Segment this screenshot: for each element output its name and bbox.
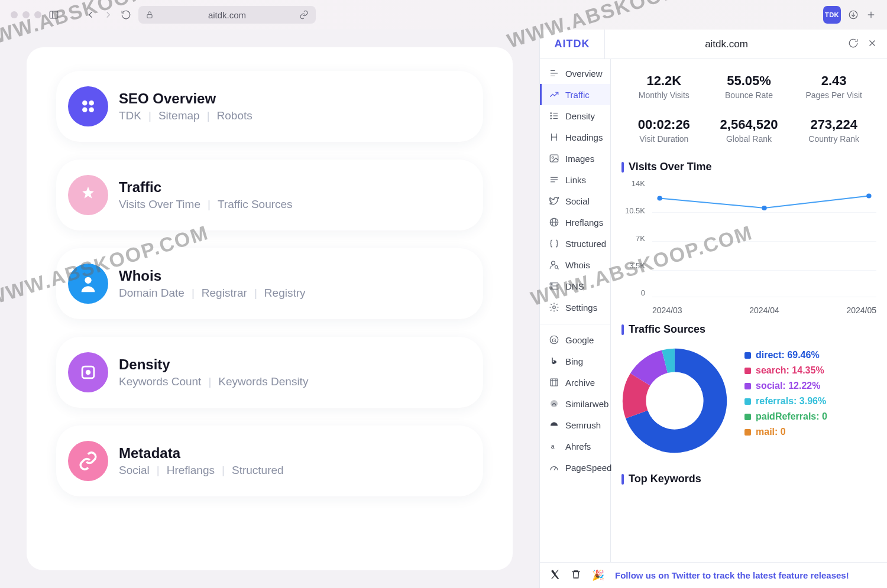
svg-point-33 bbox=[552, 261, 555, 265]
feature-tile[interactable]: Traffic Visits Over Time|Traffic Sources bbox=[56, 160, 483, 230]
back-button[interactable] bbox=[85, 9, 96, 20]
svg-point-51 bbox=[762, 206, 766, 210]
sidebar-item-label: DNS bbox=[565, 281, 584, 291]
window-controls bbox=[11, 11, 41, 18]
reload-button[interactable] bbox=[121, 9, 131, 20]
density-icon bbox=[549, 111, 559, 121]
social-icon bbox=[549, 196, 559, 206]
sidebar-item-social[interactable]: Social bbox=[540, 190, 610, 212]
legend-swatch bbox=[744, 398, 751, 405]
metric-value: 55.05% bbox=[709, 73, 789, 89]
sidebar-item-pagespeed[interactable]: PageSpeed bbox=[540, 457, 610, 478]
feature-tile[interactable]: SEO Overview TDK|Sitemap|Robots bbox=[56, 71, 483, 142]
svg-point-50 bbox=[657, 196, 662, 201]
tile-sub-item: Registrar bbox=[202, 287, 247, 300]
sidebar-item-archive[interactable]: Archive bbox=[540, 372, 610, 393]
svg-point-13 bbox=[86, 370, 91, 375]
sidebar-item-ahrefs[interactable]: a Ahrefs bbox=[540, 436, 610, 457]
sidebar-item-traffic[interactable]: Traffic bbox=[540, 84, 610, 105]
structured-icon bbox=[549, 238, 559, 249]
sidebar-item-label: Density bbox=[565, 111, 595, 121]
feature-tile[interactable]: Whois Domain Date|Registrar|Registry bbox=[56, 248, 483, 319]
sidebar-item-bing[interactable]: Bing bbox=[540, 350, 610, 372]
overview-icon bbox=[549, 68, 559, 79]
svg-point-34 bbox=[555, 266, 558, 269]
svg-point-16 bbox=[551, 113, 552, 114]
feature-tile[interactable]: Density Keywords Count|Keywords Density bbox=[56, 337, 483, 408]
extension-badge[interactable]: TDK bbox=[823, 6, 841, 24]
sidebar-item-similarweb[interactable]: Similarweb bbox=[540, 393, 610, 414]
similarweb-icon bbox=[549, 398, 559, 409]
forward-button[interactable] bbox=[103, 9, 114, 20]
sidebar-item-headings[interactable]: Headings bbox=[540, 126, 610, 148]
sidebar-item-settings[interactable]: Settings bbox=[540, 297, 610, 318]
downloads-icon[interactable] bbox=[848, 9, 859, 20]
sidebar-item-google[interactable]: G Google bbox=[540, 329, 610, 350]
tile-title: Traffic bbox=[119, 179, 293, 196]
tile-sub-item: TDK bbox=[119, 109, 141, 122]
close-icon[interactable] bbox=[867, 38, 878, 51]
metric-label: Monthly Visits bbox=[639, 90, 689, 100]
metric-card: 2.43 Pages Per Visit bbox=[791, 65, 876, 109]
sidebar-item-label: Whois bbox=[565, 260, 590, 270]
twitter-icon[interactable] bbox=[549, 569, 560, 581]
section-title-keywords: Top Keywords bbox=[621, 473, 876, 485]
svg-point-11 bbox=[85, 277, 91, 284]
sidebar-item-structured[interactable]: Structured bbox=[540, 233, 610, 254]
traffic-light-icon[interactable] bbox=[22, 11, 30, 18]
sidebar-item-label: Hreflangs bbox=[565, 217, 603, 228]
link-icon[interactable] bbox=[299, 10, 309, 20]
tile-sub-item: Keywords Count bbox=[119, 375, 201, 388]
metric-card: 2,564,520 Global Rank bbox=[707, 109, 792, 152]
sidebar-item-label: Archive bbox=[565, 378, 595, 388]
legend-item: referrals: 3.96% bbox=[744, 396, 827, 407]
svg-text:a: a bbox=[551, 443, 555, 450]
sidebar-item-label: Overview bbox=[565, 69, 603, 79]
legend-swatch bbox=[744, 383, 751, 389]
tile-icon bbox=[68, 175, 108, 215]
sidebar-item-dns[interactable]: DNS bbox=[540, 275, 610, 297]
tile-sub-item: Registry bbox=[264, 287, 306, 300]
refresh-icon[interactable] bbox=[848, 38, 859, 51]
tile-icon bbox=[68, 441, 108, 481]
lock-icon bbox=[145, 11, 154, 19]
sidebar-item-label: Similarweb bbox=[565, 399, 608, 409]
svg-rect-43 bbox=[551, 379, 558, 386]
sidebar-item-whois[interactable]: Whois bbox=[540, 254, 610, 275]
semrush-icon bbox=[549, 420, 559, 430]
svg-point-17 bbox=[551, 115, 552, 116]
pagespeed-icon bbox=[549, 462, 559, 473]
legend-label: search: 14.35% bbox=[756, 365, 824, 376]
legend-item: social: 12.22% bbox=[744, 381, 827, 391]
metrics-grid: 12.2K Monthly Visits 55.05% Bounce Rate … bbox=[621, 65, 876, 152]
delete-icon[interactable] bbox=[571, 569, 581, 581]
sidebar-item-label: Images bbox=[565, 154, 594, 164]
sidebar-item-hreflangs[interactable]: Hreflangs bbox=[540, 212, 610, 233]
sidebar-item-images[interactable]: Images bbox=[540, 148, 610, 169]
settings-icon bbox=[549, 302, 559, 313]
sidebar-item-semrush[interactable]: Semrush bbox=[540, 414, 610, 436]
metric-label: Global Rank bbox=[726, 134, 772, 144]
metric-label: Bounce Rate bbox=[725, 90, 773, 100]
svg-rect-2 bbox=[147, 14, 152, 18]
address-bar[interactable]: aitdk.com bbox=[138, 6, 316, 24]
traffic-light-icon[interactable] bbox=[11, 11, 18, 18]
donut-slice-search bbox=[635, 379, 640, 414]
feature-tile[interactable]: Metadata Social|Hreflangs|Structured bbox=[56, 425, 483, 496]
sidebar-item-links[interactable]: Links bbox=[540, 169, 610, 190]
tile-sub-item: Sitemap bbox=[158, 109, 200, 122]
y-tick: 0 bbox=[621, 288, 645, 297]
sidebar-item-overview[interactable]: Overview bbox=[540, 63, 610, 84]
sidebar-toggle-icon[interactable] bbox=[48, 9, 59, 20]
sidebar-item-label: PageSpeed bbox=[565, 463, 611, 473]
sidebar-item-label: Headings bbox=[565, 132, 603, 142]
new-tab-icon[interactable] bbox=[866, 9, 876, 20]
archive-icon bbox=[549, 377, 559, 388]
traffic-sources-chart: direct: 69.46% search: 14.35% social: 12… bbox=[621, 342, 876, 464]
legend-swatch bbox=[744, 414, 751, 420]
legend-swatch bbox=[744, 368, 751, 374]
legend-swatch bbox=[744, 429, 751, 436]
traffic-light-icon[interactable] bbox=[34, 11, 41, 18]
sidebar-item-density[interactable]: Density bbox=[540, 105, 610, 126]
sidebar-item-label: Settings bbox=[565, 303, 597, 313]
